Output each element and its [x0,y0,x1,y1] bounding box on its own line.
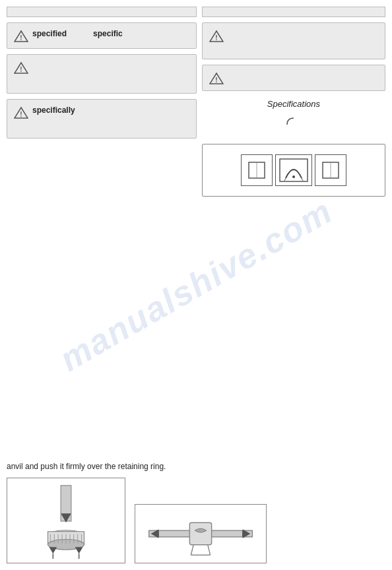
right-top-bar [202,7,385,17]
anvil-text: anvil and push it firmly over the retain… [7,462,385,471]
svg-line-15 [302,178,303,181]
warning-box-3-text: specifically [32,105,189,116]
warning-box-r2: ! [202,65,385,91]
svg-line-41 [208,545,211,555]
warning-box-1: ! specified specific [7,22,197,49]
specifications-label: Specifications [202,96,385,110]
svg-marker-32 [49,547,57,554]
left-top-bar [7,7,197,17]
warning-box-2: ! [7,54,197,94]
retaining-ring-diagram [135,504,267,563]
push-tool-diagram [7,478,125,563]
warning-icon-r1: ! [209,30,224,43]
watermark-text: manualshive.com [53,191,339,379]
component-diagram [202,144,385,197]
svg-rect-39 [189,522,211,544]
main-layout: ! specified specific [7,7,385,197]
comp-mid [275,154,312,186]
svg-text:!: ! [215,34,217,42]
svg-text:!: ! [20,111,22,118]
right-column: ! ! Spe [202,7,385,197]
left-column: ! specified specific [7,7,197,197]
comp-left [241,154,273,186]
warning-box-r1: ! [202,22,385,59]
warning-box-3: ! specifically [7,99,197,139]
warning-icon-r2: ! [209,72,224,85]
svg-text:!: ! [20,66,22,73]
arc-symbol [202,115,385,136]
svg-text:!: ! [215,77,217,84]
diagram-inner [241,154,346,186]
warning-icon-2: ! [14,61,28,75]
svg-marker-33 [75,547,83,554]
warning-icon-1: ! [14,30,28,43]
svg-text:!: ! [20,34,22,42]
bottom-diagrams [7,478,385,563]
bottom-section: anvil and push it firmly over the retain… [7,462,385,563]
warning-box-1-text: specified specific [32,28,189,40]
comp-right [315,154,346,186]
svg-point-13 [292,175,295,178]
warning-icon-3: ! [14,106,28,119]
svg-line-40 [191,545,193,555]
svg-line-14 [284,178,286,181]
